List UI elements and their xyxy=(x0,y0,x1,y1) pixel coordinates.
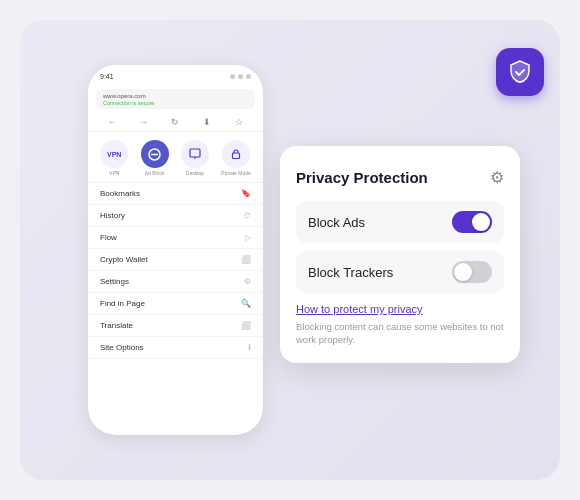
site-options-icon: ℹ xyxy=(248,343,251,352)
history-label: History xyxy=(100,211,125,220)
panel-title: Privacy Protection xyxy=(296,169,428,186)
bookmark-icon[interactable]: ☆ xyxy=(232,115,246,129)
signal-icon xyxy=(230,74,235,79)
block-ads-row[interactable]: Block Ads xyxy=(296,201,504,243)
menu-item-settings[interactable]: Settings ⚙ xyxy=(88,271,263,293)
adblock-label: Ad Block xyxy=(145,170,165,176)
menu-item-find-in-page[interactable]: Find in Page 🔍 xyxy=(88,293,263,315)
translate-label: Translate xyxy=(100,321,133,330)
battery-icon xyxy=(246,74,251,79)
history-icon: ⏱ xyxy=(243,211,251,220)
reload-icon[interactable]: ↻ xyxy=(168,115,182,129)
gear-icon[interactable]: ⚙ xyxy=(490,168,504,187)
phone-status-icons xyxy=(230,74,251,79)
crypto-wallet-icon: ⬜ xyxy=(241,255,251,264)
phone-status-bar: 9:41 xyxy=(88,65,263,87)
secure-label: Connection is secure xyxy=(103,100,248,106)
menu-item-crypto-wallet[interactable]: Crypto Wallet ⬜ xyxy=(88,249,263,271)
panel-header: Privacy Protection ⚙ xyxy=(296,168,504,187)
site-options-label: Site Options xyxy=(100,343,144,352)
bookmarks-icon: 🔖 xyxy=(241,189,251,198)
block-trackers-knob xyxy=(454,263,472,281)
desktop-label: Desktop xyxy=(186,170,204,176)
translate-icon: ⬜ xyxy=(241,321,251,330)
vpn-label: VPN xyxy=(109,170,119,176)
block-ads-knob xyxy=(472,213,490,231)
menu-item-bookmarks[interactable]: Bookmarks 🔖 xyxy=(88,183,263,205)
quick-action-desktop[interactable]: Desktop xyxy=(181,140,209,176)
block-trackers-toggle[interactable] xyxy=(452,261,492,283)
vpn-icon: VPN xyxy=(100,140,128,168)
menu-item-history[interactable]: History ⏱ xyxy=(88,205,263,227)
block-ads-label: Block Ads xyxy=(308,215,365,230)
menu-item-site-options[interactable]: Site Options ℹ xyxy=(88,337,263,359)
desktop-icon xyxy=(181,140,209,168)
find-in-page-label: Find in Page xyxy=(100,299,145,308)
privacy-panel: Privacy Protection ⚙ Block Ads Block Tra… xyxy=(280,146,520,363)
flow-label: Flow xyxy=(100,233,117,242)
menu-item-translate[interactable]: Translate ⬜ xyxy=(88,315,263,337)
crypto-wallet-label: Crypto Wallet xyxy=(100,255,148,264)
svg-rect-2 xyxy=(190,149,200,157)
privacy-link[interactable]: How to protect my privacy xyxy=(296,303,504,315)
quick-action-vpn[interactable]: VPN VPN xyxy=(100,140,128,176)
private-mode-icon xyxy=(222,140,250,168)
find-icon: 🔍 xyxy=(241,299,251,308)
quick-action-private[interactable]: Private Mode xyxy=(221,140,250,176)
flow-icon: ▷ xyxy=(245,233,251,242)
quick-actions-bar: VPN VPN Ad Block xyxy=(88,132,263,183)
browser-toolbar: ← → ↻ ⬇ ☆ xyxy=(88,113,263,132)
settings-label: Settings xyxy=(100,277,129,286)
block-trackers-label: Block Trackers xyxy=(308,265,393,280)
block-ads-toggle[interactable] xyxy=(452,211,492,233)
main-card: 9:41 www.opera.com Connection is secure … xyxy=(20,20,560,480)
back-icon[interactable]: ← xyxy=(105,115,119,129)
settings-icon: ⚙ xyxy=(244,277,251,286)
url-text: www.opera.com xyxy=(103,92,248,100)
wifi-icon xyxy=(238,74,243,79)
download-icon[interactable]: ⬇ xyxy=(200,115,214,129)
phone-mockup: 9:41 www.opera.com Connection is secure … xyxy=(88,65,263,435)
phone-time: 9:41 xyxy=(100,73,114,80)
private-mode-label: Private Mode xyxy=(221,170,250,176)
url-bar[interactable]: www.opera.com Connection is secure xyxy=(96,89,255,109)
bookmarks-label: Bookmarks xyxy=(100,189,140,198)
quick-action-adblock[interactable]: Ad Block xyxy=(141,140,169,176)
forward-icon[interactable]: → xyxy=(137,115,151,129)
privacy-note: Blocking content can cause some websites… xyxy=(296,320,504,347)
svg-rect-4 xyxy=(233,153,240,159)
menu-item-flow[interactable]: Flow ▷ xyxy=(88,227,263,249)
adblock-icon xyxy=(141,140,169,168)
shield-badge xyxy=(496,48,544,96)
phone-menu: Bookmarks 🔖 History ⏱ Flow ▷ Crypto Wall… xyxy=(88,183,263,435)
block-trackers-row[interactable]: Block Trackers xyxy=(296,251,504,293)
